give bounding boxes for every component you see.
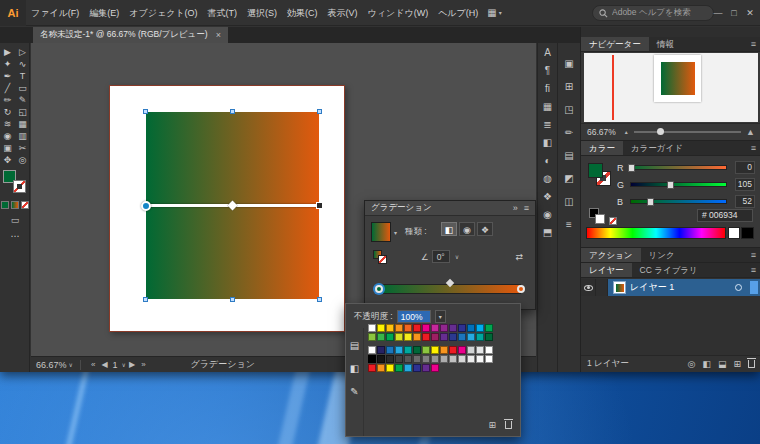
color-swatch[interactable] [368,364,376,372]
tab-links[interactable]: リンク [641,248,683,262]
color-swatch[interactable] [476,324,484,332]
color-swatch[interactable] [377,364,385,372]
next-artboard-icon[interactable]: ▶ [129,360,135,369]
width-tool[interactable]: ≋ [0,118,15,130]
color-swatch[interactable] [458,346,466,354]
color-swatch[interactable] [386,346,394,354]
color-mode-button[interactable] [1,201,9,209]
gradient-annotator[interactable] [146,204,319,207]
color-swatch[interactable] [449,346,457,354]
gradient-rectangle[interactable] [146,112,319,299]
panel-menu-icon[interactable]: ≡ [751,248,760,262]
help-search-field[interactable]: Adobe ヘルプを検索 [592,5,714,21]
shaper-tool[interactable]: ✎ [15,94,30,106]
channel-value[interactable]: 105 [735,178,755,191]
spectrum-black-swatch[interactable] [741,227,754,239]
close-button[interactable]: ✕ [742,0,758,26]
color-swatch[interactable] [440,324,448,332]
color-swatch[interactable] [377,324,385,332]
color-swatch[interactable] [368,324,376,332]
gradient-preview-swatch[interactable] [371,222,391,242]
selection-handle[interactable] [143,109,148,114]
menu-item[interactable]: オブジェクト(O) [124,0,202,26]
color-swatch[interactable] [404,324,412,332]
delete-layer-icon[interactable] [748,360,755,368]
pen-tool[interactable]: ✒ [0,70,15,82]
character-panel-icon[interactable]: A [544,48,551,58]
gradient-midpoint-handle[interactable] [228,201,238,211]
tab-navigator[interactable]: ナビゲーター [581,37,649,51]
channel-slider-handle[interactable] [647,198,654,206]
none-swatch[interactable] [609,217,617,225]
magic-wand-tool[interactable]: ✦ [0,58,15,70]
menu-item[interactable]: 選択(S) [242,0,282,26]
paragraph-panel-icon[interactable]: ¶ [545,66,550,76]
delete-swatch-icon[interactable] [505,421,512,429]
menu-item[interactable]: 編集(E) [84,0,124,26]
radial-gradient-button[interactable]: ◉ [459,222,475,236]
document-tab[interactable]: 名称未設定-1* @ 66.67% (RGB/プレビュー) × [33,27,228,43]
tab-cc-libraries[interactable]: CC ライブラリ [632,263,706,277]
color-swatch[interactable] [413,324,421,332]
slice-tool[interactable]: ✂ [15,142,30,154]
info-panel-icon[interactable]: ≡ [566,220,572,230]
menu-item[interactable]: ウィンドウ(W) [363,0,434,26]
zoom-tool[interactable]: ◎ [15,154,30,166]
draw-mode-button[interactable]: ▭ [0,215,30,225]
layer-row[interactable]: レイヤー 1 [581,279,760,296]
color-mixer-icon[interactable]: ◧ [350,363,359,374]
pathfinder-panel-icon[interactable]: ◳ [564,105,573,115]
graphic-styles-panel-icon[interactable]: ❖ [543,192,552,202]
arrange-documents-button[interactable]: ▦ ▾ [487,7,501,18]
gradient-slider[interactable] [379,284,521,294]
eyedropper-icon[interactable]: ✎ [350,386,358,397]
locate-object-icon[interactable]: ◎ [688,359,696,369]
menu-item[interactable]: ヘルプ(H) [433,0,483,26]
color-swatch[interactable] [458,355,466,363]
appearance-panel-icon[interactable]: ◍ [543,174,552,184]
color-swatch[interactable] [413,333,421,341]
zoom-out-icon[interactable]: ▲ [624,129,629,135]
direct-selection-tool[interactable]: ▷ [15,46,30,58]
navigator-zoom-value[interactable]: 66.67% [587,127,616,137]
stroke-panel-icon[interactable]: ≣ [543,120,551,130]
collapse-panel-icon[interactable]: » [513,203,518,213]
color-swatch[interactable] [368,346,376,354]
panel-menu-icon[interactable]: ≡ [524,203,529,213]
white-swatch[interactable] [595,214,605,224]
color-theme-panel-icon[interactable]: ◩ [564,174,573,184]
color-swatch[interactable] [386,324,394,332]
gradient-start-handle[interactable] [141,201,151,211]
angle-value-field[interactable]: 0° [432,250,450,263]
color-swatch[interactable] [422,364,430,372]
transparency-panel-icon[interactable]: ◐ [544,156,550,166]
layer-entry[interactable]: レイヤー 1 [608,279,760,296]
new-sublayer-icon[interactable]: ⬓ [718,359,727,369]
zoom-slider-thumb[interactable] [657,128,664,135]
chevron-down-icon[interactable]: ▾ [394,229,397,236]
minimize-button[interactable]: — [710,0,726,26]
reverse-gradient-icon[interactable]: ⇄ [515,252,523,262]
gradient-panel-header[interactable]: グラデーション » ≡ [365,201,535,216]
tab-info[interactable]: 情報 [649,37,682,51]
color-swatch[interactable] [422,355,430,363]
color-swatch[interactable] [485,346,493,354]
free-transform-tool[interactable]: ▦ [15,118,30,130]
clipping-mask-icon[interactable]: ◧ [702,359,711,369]
color-swatch[interactable] [395,346,403,354]
fill-color-proxy[interactable] [588,163,603,178]
color-swatch[interactable] [431,364,439,372]
color-swatch[interactable] [404,355,412,363]
color-swatch[interactable] [431,324,439,332]
last-artboard-icon[interactable]: » [141,360,145,369]
first-artboard-icon[interactable]: « [91,360,95,369]
color-swatch[interactable] [467,355,475,363]
swatch-libraries-icon[interactable]: ▤ [350,340,359,351]
freeform-gradient-button[interactable]: ❖ [477,222,493,236]
color-swatch[interactable] [476,346,484,354]
channel-value[interactable]: 0 [735,161,755,174]
channel-slider-handle[interactable] [628,164,635,172]
stroke-color-swatch[interactable] [13,180,26,193]
selection-handle[interactable] [230,297,235,302]
gradient-end-handle[interactable] [316,202,323,209]
